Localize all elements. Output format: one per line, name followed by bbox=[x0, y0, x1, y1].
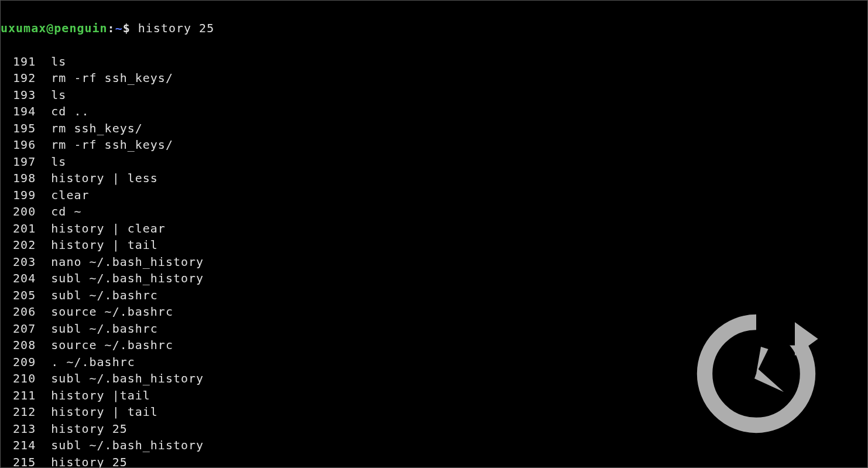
history-command: clear bbox=[51, 188, 89, 202]
history-command: history 25 bbox=[51, 455, 127, 469]
history-line: 193 ls bbox=[1, 87, 867, 104]
history-number: 205 bbox=[1, 287, 36, 304]
prompt-dollar: $ bbox=[123, 21, 131, 35]
history-command: cd .. bbox=[51, 104, 89, 118]
history-number: 212 bbox=[1, 404, 36, 421]
history-number: 213 bbox=[1, 421, 36, 438]
history-line: 200 cd ~ bbox=[1, 203, 867, 220]
history-number: 211 bbox=[1, 387, 36, 404]
history-command: history | clear bbox=[51, 221, 166, 235]
history-output: 191 ls192 rm -rf ssh_keys/193 ls194 cd .… bbox=[1, 53, 867, 469]
prompt-user: uxumax bbox=[1, 21, 46, 35]
history-command: history | tail bbox=[51, 238, 158, 252]
history-number: 192 bbox=[1, 70, 36, 87]
history-command: source ~/.bashrc bbox=[51, 338, 173, 352]
history-number: 200 bbox=[1, 203, 36, 220]
history-command: history 25 bbox=[51, 422, 127, 436]
history-line: 202 history | tail bbox=[1, 237, 867, 254]
terminal[interactable]: uxumax@penguin:~$ history 25 191 ls192 r… bbox=[1, 1, 867, 468]
history-command: ls bbox=[51, 88, 66, 102]
history-number: 207 bbox=[1, 320, 36, 337]
history-number: 202 bbox=[1, 237, 36, 254]
history-command: ls bbox=[51, 155, 66, 169]
history-number: 197 bbox=[1, 153, 36, 170]
history-command: subl ~/.bash_history bbox=[51, 271, 204, 285]
history-command: rm -rf ssh_keys/ bbox=[51, 71, 173, 85]
history-number: 206 bbox=[1, 303, 36, 320]
history-line: 198 history | less bbox=[1, 170, 867, 187]
history-command: ls bbox=[51, 54, 66, 69]
history-line: 195 rm ssh_keys/ bbox=[1, 120, 867, 137]
history-number: 209 bbox=[1, 354, 36, 371]
history-command: subl ~/.bash_history bbox=[51, 438, 204, 452]
history-number: 203 bbox=[1, 254, 36, 271]
history-command: rm ssh_keys/ bbox=[51, 121, 143, 135]
prompt-colon: : bbox=[108, 21, 115, 35]
history-line: 208 source ~/.bashrc bbox=[1, 337, 867, 354]
history-line: 197 ls bbox=[1, 153, 867, 170]
history-line: 206 source ~/.bashrc bbox=[1, 303, 867, 320]
prompt-line-1: uxumax@penguin:~$ history 25 bbox=[1, 20, 867, 37]
history-number: 196 bbox=[1, 136, 36, 153]
history-number: 214 bbox=[1, 437, 36, 454]
history-line: 194 cd .. bbox=[1, 103, 867, 120]
prompt-path: ~ bbox=[115, 21, 123, 35]
command-text: history 25 bbox=[138, 21, 214, 35]
history-number: 198 bbox=[1, 170, 36, 187]
history-number: 194 bbox=[1, 103, 36, 120]
history-line: 212 history | tail bbox=[1, 404, 867, 421]
prompt-host: penguin bbox=[54, 21, 107, 35]
history-command: subl ~/.bashrc bbox=[51, 288, 158, 302]
history-command: history |tail bbox=[51, 388, 150, 402]
history-number: 210 bbox=[1, 370, 36, 387]
history-command: subl ~/.bashrc bbox=[51, 322, 158, 336]
history-line: 207 subl ~/.bashrc bbox=[1, 320, 867, 337]
history-number: 195 bbox=[1, 120, 36, 137]
history-line: 215 history 25 bbox=[1, 454, 867, 469]
history-command: subl ~/.bash_history bbox=[51, 371, 204, 385]
history-command: history | tail bbox=[51, 405, 158, 419]
history-line: 192 rm -rf ssh_keys/ bbox=[1, 70, 867, 87]
history-number: 191 bbox=[1, 53, 36, 70]
history-number: 199 bbox=[1, 187, 36, 204]
history-line: 214 subl ~/.bash_history bbox=[1, 437, 867, 454]
history-command: history | less bbox=[51, 171, 158, 185]
history-line: 209 . ~/.bashrc bbox=[1, 354, 867, 371]
history-command: nano ~/.bash_history bbox=[51, 255, 204, 269]
history-number: 215 bbox=[1, 454, 36, 469]
history-line: 204 subl ~/.bash_history bbox=[1, 270, 867, 287]
history-line: 211 history |tail bbox=[1, 387, 867, 404]
prompt-at: @ bbox=[46, 21, 54, 35]
history-command: source ~/.bashrc bbox=[51, 305, 173, 319]
history-line: 210 subl ~/.bash_history bbox=[1, 370, 867, 387]
history-line: 196 rm -rf ssh_keys/ bbox=[1, 136, 867, 153]
history-line: 203 nano ~/.bash_history bbox=[1, 254, 867, 271]
history-line: 201 history | clear bbox=[1, 220, 867, 237]
history-number: 204 bbox=[1, 270, 36, 287]
history-line: 199 clear bbox=[1, 187, 867, 204]
history-number: 201 bbox=[1, 220, 36, 237]
history-line: 191 ls bbox=[1, 53, 867, 70]
history-number: 208 bbox=[1, 337, 36, 354]
history-line: 213 history 25 bbox=[1, 421, 867, 438]
history-command: rm -rf ssh_keys/ bbox=[51, 138, 173, 152]
history-command: . ~/.bashrc bbox=[51, 355, 135, 369]
history-line: 205 subl ~/.bashrc bbox=[1, 287, 867, 304]
history-number: 193 bbox=[1, 87, 36, 104]
history-command: cd ~ bbox=[51, 204, 81, 218]
